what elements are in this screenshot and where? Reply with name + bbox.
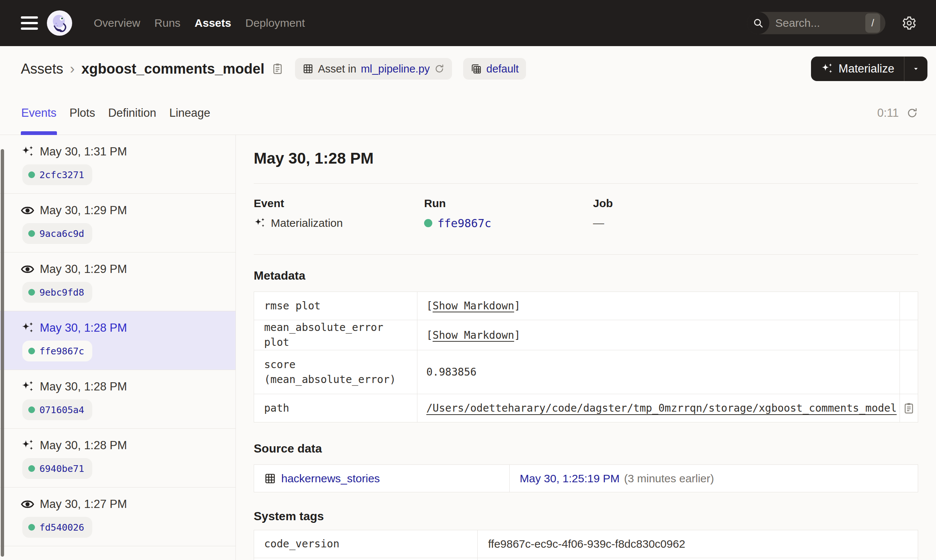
top-navigation-bar: OverviewRunsAssetsDeployment / [0,0,936,46]
system-tags-table: code_versionffe9867c-ec9c-4f06-939c-f8dc… [254,530,918,560]
run-id-link[interactable]: ffe9867c [39,346,84,357]
run-id-link[interactable]: 9ebc9fd8 [39,287,84,298]
run-status-dot [28,524,35,531]
repo-default-link[interactable]: default [486,63,519,75]
run-badge[interactable]: ffe9867c [22,341,92,362]
run-status-dot [28,465,35,472]
asset-in-label: Asset in [318,63,356,75]
system-tag-row-partial [254,558,918,560]
metadata-table: rmse plot[Show Markdown]mean_absolute_er… [254,292,918,422]
nav-link-assets[interactable]: Assets [194,14,232,32]
dagster-logo[interactable] [46,10,73,37]
event-list-item[interactable]: May 30, 1:29 PM9aca6c9d [0,194,236,252]
event-list-item[interactable]: May 30, 1:28 PMffe9867c [0,311,236,370]
run-id-link[interactable]: ffe9867c [437,217,491,230]
system-tag-value: ffe9867c-ec9c-4f06-939c-f8dc830c0962 [478,530,918,558]
event-list-item[interactable]: May 30, 1:28 PM071605a4 [0,370,236,429]
metadata-key: score (mean_absolute_error) [254,350,417,394]
metadata-key: mean_absolute_error plot [254,320,417,350]
asset-definition-badge: Asset in ml_pipeline.py [295,58,453,80]
run-status-dot [28,348,35,354]
sidebar-scrollbar-thumb[interactable] [1,149,4,557]
run-id-link[interactable]: 2cfc3271 [39,169,84,180]
timer-countdown: 0:11 [877,106,899,120]
run-status-dot [28,406,35,413]
run-badge[interactable]: 2cfc3271 [22,165,92,185]
tab-plots[interactable]: Plots [69,91,95,135]
materialize-label: Materialize [839,62,894,75]
event-timestamp: May 30, 1:27 PM [40,497,127,511]
show-markdown-link[interactable]: Show Markdown [433,329,514,342]
divider [254,254,918,255]
reload-definitions-icon[interactable] [434,64,445,74]
sparkle-icon [254,217,266,229]
nav-link-deployment[interactable]: Deployment [245,14,305,32]
table-icon [264,472,276,485]
materialize-split-button: Materialize [811,57,927,81]
event-timestamp: May 30, 1:28 PM [40,321,127,335]
source-data-heading: Source data [254,442,918,455]
run-id-link[interactable]: 6940be71 [39,463,84,474]
hamburger-menu-icon[interactable] [21,16,38,30]
event-timestamp: May 30, 1:29 PM [40,204,127,217]
event-timestamp: May 30, 1:28 PM [40,439,127,452]
tab-definition[interactable]: Definition [108,91,157,135]
source-asset-link[interactable]: hackernews_stories [281,472,380,485]
repository-badge: default [463,58,526,80]
metadata-text-value: 0.983856 [426,366,477,378]
metadata-row: score (mean_absolute_error)0.983856 [254,350,918,394]
metadata-spacer-cell [900,320,918,350]
sparkle-icon [21,145,34,158]
metadata-row: mean_absolute_error plot[Show Markdown] [254,320,918,350]
nav-link-overview[interactable]: Overview [93,14,141,32]
run-id-link[interactable]: 071605a4 [39,405,84,415]
materialize-button[interactable]: Materialize [811,57,904,81]
run-badge[interactable]: 071605a4 [22,399,92,420]
metadata-spacer-cell [900,292,918,320]
metadata-value: [Show Markdown] [417,320,900,350]
event-list-item[interactable]: May 30, 1:27 PMfd540026 [0,488,236,546]
event-list-sidebar: May 30, 1:31 PM2cfc3271May 30, 1:29 PM9a… [0,135,236,560]
copy-path-icon[interactable] [902,402,915,415]
dagster-asset-page: OverviewRunsAssetsDeployment / Assets [0,0,936,560]
run-status-dot [28,171,35,178]
search-input[interactable] [769,17,865,29]
breadcrumb-assets-link[interactable]: Assets [21,61,63,77]
search-icon [747,12,769,34]
metadata-row: path/Users/odetteharary/code/dagster/tmp… [254,394,918,422]
nav-link-runs[interactable]: Runs [154,14,181,32]
eye-icon [21,497,34,511]
event-run-job-grid: Event Materialization Run [254,197,918,231]
materialize-dropdown-button[interactable] [904,57,927,81]
run-badge[interactable]: 6940be71 [22,458,92,479]
run-badge[interactable]: 9aca6c9d [22,223,92,244]
metadata-value: [Show Markdown] [417,292,900,320]
breadcrumb-row: Assets › xgboost_comments_model Asset in… [0,46,936,91]
page-title: xgboost_comments_model [82,61,265,77]
source-timestamp-link[interactable]: May 30, 1:25:19 PM [520,472,619,485]
metadata-key: path [254,394,417,422]
global-search[interactable]: / [747,12,885,34]
event-list-item[interactable]: May 30, 1:31 PM2cfc3271 [0,135,236,194]
eye-icon [21,263,34,276]
event-list-item[interactable]: May 30, 1:28 PM6940be71 [0,429,236,488]
copy-asset-name-icon[interactable] [271,63,284,75]
run-badge[interactable]: 9ebc9fd8 [22,282,92,303]
tab-lineage[interactable]: Lineage [169,91,211,135]
event-list-item[interactable]: May 30, 1:29 PM9ebc9fd8 [0,252,236,311]
tab-events[interactable]: Events [21,91,57,135]
sparkle-icon [21,380,34,394]
event-list: May 30, 1:31 PM2cfc3271May 30, 1:29 PM9a… [0,135,236,546]
gear-icon[interactable] [902,15,917,31]
run-status-dot [424,219,432,227]
path-link[interactable]: /Users/odetteharary/code/dagster/tmp_0mz… [426,402,897,414]
run-id-link[interactable]: 9aca6c9d [39,228,84,239]
code-file-link[interactable]: ml_pipeline.py [361,63,430,75]
run-id-link[interactable]: fd540026 [39,522,84,533]
content-area: May 30, 1:31 PM2cfc3271May 30, 1:29 PM9a… [0,135,936,560]
event-timestamp: May 30, 1:28 PM [40,380,127,394]
run-badge[interactable]: fd540026 [22,517,92,538]
dropdown-caret-icon [912,65,920,73]
show-markdown-link[interactable]: Show Markdown [433,300,514,312]
refresh-icon[interactable] [906,107,918,119]
